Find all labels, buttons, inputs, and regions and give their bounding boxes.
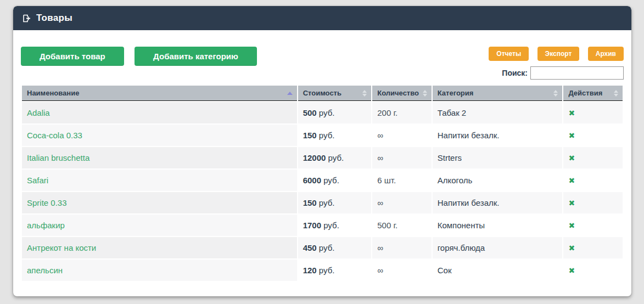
price-value: 12000 (303, 153, 326, 162)
report-buttons: Отчеты Экспорт Архив (483, 47, 624, 61)
table-row: альфакир1700 руб.500 г.Компоненты✖ (22, 215, 623, 236)
search-label: Поиск: (502, 69, 528, 77)
export-button[interactable]: Экспорт (537, 47, 580, 61)
price-value: 120 (303, 266, 317, 275)
add-document-icon (22, 14, 31, 23)
sort-asc-icon (287, 92, 293, 95)
product-name-cell: Sprite 0.33 (22, 192, 297, 213)
product-name-cell: апельсин (22, 260, 297, 281)
price-cell: 6000 руб. (298, 170, 372, 191)
price-cell: 120 руб. (298, 260, 372, 281)
search-input[interactable] (530, 66, 624, 80)
price-cell: 150 руб. (298, 192, 372, 213)
category-cell: Алкоголь (433, 170, 563, 191)
product-name-link[interactable]: Adalia (27, 108, 50, 117)
actions-cell: ✖ (563, 215, 623, 236)
product-name-link[interactable]: Coca-cola 0.33 (27, 131, 82, 140)
delete-product-icon[interactable]: ✖ (568, 266, 575, 275)
quantity-cell: ∞ (372, 260, 432, 281)
product-name-link[interactable]: альфакир (27, 221, 65, 230)
add-category-button[interactable]: Добавить категорию (135, 47, 257, 66)
category-cell: Сок (433, 260, 563, 281)
column-label: Действия (568, 89, 602, 97)
reports-button[interactable]: Отчеты (489, 47, 529, 61)
column-label: Количество (377, 89, 419, 97)
product-name-cell: Coca-cola 0.33 (22, 125, 297, 146)
price-value: 150 (303, 198, 317, 207)
product-name-link[interactable]: Sprite 0.33 (27, 198, 67, 207)
price-cell: 500 руб. (298, 102, 372, 123)
product-name-link[interactable]: Italian bruschetta (27, 153, 89, 162)
table-row: апельсин120 руб.∞Сок✖ (22, 260, 623, 281)
price-cell: 1700 руб. (298, 215, 372, 236)
quantity-cell: ∞ (372, 237, 432, 258)
product-name-cell: Safari (22, 170, 297, 191)
actions-cell: ✖ (563, 260, 623, 281)
column-label: Стоимость (303, 89, 341, 97)
column-header-price[interactable]: Стоимость (298, 86, 372, 101)
table-row: Adalia500 руб.200 г.Табак 2✖ (22, 102, 623, 123)
quantity-cell: 200 г. (372, 102, 432, 123)
category-cell: Компоненты (433, 215, 563, 236)
actions-cell: ✖ (563, 192, 623, 213)
quantity-cell: ∞ (372, 147, 432, 168)
sort-both-icon (614, 90, 618, 97)
sort-both-icon (553, 90, 558, 97)
table-row: Антрекот на кости450 руб.∞горяч.блюда✖ (22, 237, 623, 258)
product-name-cell: альфакир (22, 215, 297, 236)
sort-both-icon (423, 90, 427, 97)
column-header-name[interactable]: Наименование (22, 86, 297, 101)
price-unit: руб. (317, 198, 335, 207)
price-unit: руб. (317, 266, 335, 275)
product-name-link[interactable]: Антрекот на кости (27, 243, 96, 252)
price-value: 150 (303, 131, 317, 140)
delete-product-icon[interactable]: ✖ (568, 176, 575, 185)
category-cell: Напитки безалк. (433, 192, 563, 213)
price-unit: руб. (321, 176, 339, 185)
actions-cell: ✖ (563, 147, 623, 168)
column-header-actions[interactable]: Действия (563, 86, 623, 101)
price-value: 450 (303, 243, 317, 252)
actions-cell: ✖ (563, 125, 623, 146)
category-cell: горяч.блюда (433, 237, 563, 258)
delete-product-icon[interactable]: ✖ (568, 244, 575, 252)
toolbar: Добавить товар Добавить категорию Отчеты… (21, 47, 624, 80)
delete-product-icon[interactable]: ✖ (568, 109, 575, 117)
price-value: 6000 (303, 176, 321, 185)
table-header-row: НаименованиеСтоимостьКоличествоКатегория… (22, 86, 623, 101)
right-actions: Отчеты Экспорт Архив Поиск: (483, 47, 624, 80)
price-cell: 450 руб. (298, 237, 372, 258)
archive-button[interactable]: Архив (588, 47, 624, 61)
quantity-cell: ∞ (372, 192, 432, 213)
price-unit: руб. (326, 153, 344, 162)
product-name-cell: Italian bruschetta (22, 147, 297, 168)
column-label: Категория (438, 89, 474, 97)
category-cell: Табак 2 (433, 102, 563, 123)
product-name-link[interactable]: апельсин (27, 266, 63, 275)
price-value: 1700 (303, 221, 321, 230)
price-unit: руб. (317, 243, 335, 252)
price-cell: 150 руб. (298, 125, 372, 146)
actions-cell: ✖ (563, 237, 623, 258)
panel-header: Товары (13, 6, 631, 30)
table-row: Safari6000 руб.6 шт.Алкоголь✖ (22, 170, 623, 191)
table-row: Coca-cola 0.33150 руб.∞Напитки безалк.✖ (22, 125, 623, 146)
products-panel: Товары Добавить товар Добавить категорию… (13, 6, 631, 296)
actions-cell: ✖ (563, 102, 623, 123)
add-product-button[interactable]: Добавить товар (21, 47, 124, 66)
actions-cell: ✖ (563, 170, 623, 191)
product-name-link[interactable]: Safari (27, 176, 48, 185)
quantity-cell: 500 г. (372, 215, 432, 236)
delete-product-icon[interactable]: ✖ (568, 221, 575, 230)
table-row: Sprite 0.33150 руб.∞Напитки безалк.✖ (22, 192, 623, 213)
column-label: Наименование (27, 89, 79, 97)
delete-product-icon[interactable]: ✖ (568, 131, 575, 140)
price-value: 500 (303, 108, 317, 117)
quantity-cell: ∞ (372, 125, 432, 146)
delete-product-icon[interactable]: ✖ (568, 199, 575, 207)
price-unit: руб. (317, 108, 335, 117)
category-cell: Напитки безалк. (433, 125, 563, 146)
column-header-quantity[interactable]: Количество (372, 86, 432, 101)
column-header-category[interactable]: Категория (433, 86, 563, 101)
delete-product-icon[interactable]: ✖ (568, 154, 575, 162)
